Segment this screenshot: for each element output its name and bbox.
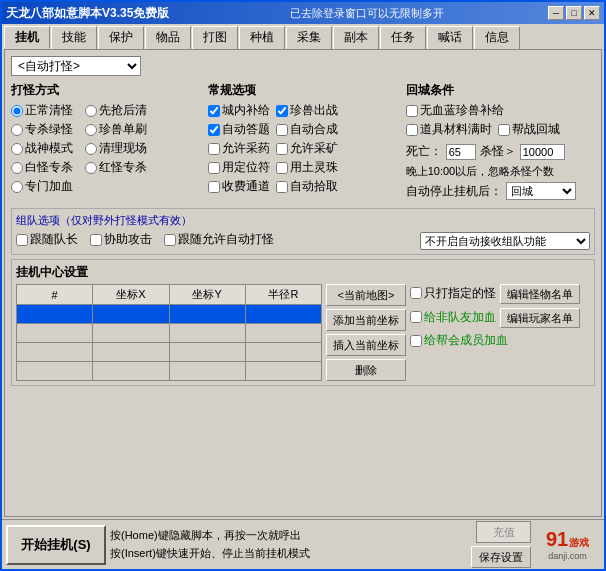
check-location-symbol[interactable]: 用定位符 bbox=[208, 159, 270, 176]
group-options-section: 组队选项（仅对野外打怪模式有效） 跟随队长 协助攻击 跟随允许自动打怪 不开启自… bbox=[11, 208, 595, 255]
check-allow-herb[interactable]: 允许采药 bbox=[208, 140, 270, 157]
radio-white-kill[interactable]: 白怪专杀 bbox=[11, 159, 81, 176]
tab-zhongzhi[interactable]: 种植 bbox=[239, 26, 285, 49]
cell-num-3 bbox=[17, 343, 93, 362]
auto-stop-row: 自动停止挂机后： 回城 退出 bbox=[406, 182, 595, 200]
check-auto-compose[interactable]: 自动合成 bbox=[276, 121, 338, 138]
check-item-full[interactable]: 道具材料满时 bbox=[406, 121, 492, 138]
mode-dropdown[interactable]: <自动打怪> bbox=[11, 56, 141, 76]
check-heal-others[interactable]: 给非队友加血 bbox=[410, 309, 496, 326]
right-options: 只打指定的怪 编辑怪物名单 给非队友加血 编辑玩家名单 给帮会成员加血 bbox=[410, 284, 590, 381]
right-option-2: 给非队友加血 编辑玩家名单 bbox=[410, 308, 590, 328]
tab-datu[interactable]: 打图 bbox=[192, 26, 238, 49]
center-section: 挂机中心设置 # 坐标X 坐标Y 半径R bbox=[11, 259, 595, 386]
save-settings-button[interactable]: 保存设置 bbox=[471, 546, 531, 568]
bottom-right: 充值 保存设置 bbox=[471, 521, 531, 568]
check-follow-auto-fight[interactable]: 跟随允许自动打怪 bbox=[164, 231, 274, 248]
cell-r-1 bbox=[245, 305, 321, 324]
logo-area: 91 游戏 danji.com bbox=[535, 528, 600, 561]
check-allow-mine[interactable]: 允许采矿 bbox=[276, 140, 338, 157]
tab-baohu[interactable]: 保护 bbox=[98, 26, 144, 49]
cell-r-2 bbox=[245, 324, 321, 343]
content-area: <自动打怪> 打怪方式 正常清怪 先抢后清 bbox=[4, 49, 602, 517]
cell-y-4 bbox=[169, 362, 245, 381]
minimize-button[interactable]: ─ bbox=[548, 6, 564, 20]
death-kill-row: 死亡： 杀怪＞ bbox=[406, 143, 595, 160]
kill-input[interactable] bbox=[520, 144, 565, 160]
table-row[interactable] bbox=[17, 343, 322, 362]
title-bar: 天龙八部如意脚本V3.35免费版 已去除登录窗口可以无限制多开 ─ □ ✕ bbox=[2, 2, 604, 24]
table-row[interactable] bbox=[17, 324, 322, 343]
maximize-button[interactable]: □ bbox=[566, 6, 582, 20]
tab-jineng[interactable]: 技能 bbox=[51, 26, 97, 49]
logo-91-text: 91 bbox=[546, 528, 568, 551]
main-window: 天龙八部如意脚本V3.35免费版 已去除登录窗口可以无限制多开 ─ □ ✕ 挂机… bbox=[0, 0, 606, 571]
check-only-target[interactable]: 只打指定的怪 bbox=[410, 285, 496, 302]
edit-player-list-button[interactable]: 编辑玩家名单 bbox=[500, 308, 580, 328]
check-auto-answer[interactable]: 自动答题 bbox=[208, 121, 270, 138]
table-row[interactable] bbox=[17, 305, 322, 324]
right-option-1: 只打指定的怪 编辑怪物名单 bbox=[410, 284, 590, 304]
table-and-buttons: # 坐标X 坐标Y 半径R bbox=[16, 284, 590, 381]
radio-grab-first[interactable]: 先抢后清 bbox=[85, 102, 155, 119]
radio-wargod[interactable]: 战神模式 bbox=[11, 140, 81, 157]
tab-fuben[interactable]: 副本 bbox=[333, 26, 379, 49]
fight-mode-row-4: 白怪专杀 红怪专杀 bbox=[11, 159, 200, 176]
radio-green-kill[interactable]: 专杀绿怪 bbox=[11, 121, 81, 138]
window-title: 天龙八部如意脚本V3.35免费版 bbox=[6, 5, 187, 22]
auto-stop-dropdown[interactable]: 回城 退出 bbox=[506, 182, 576, 200]
recharge-button[interactable]: 充值 bbox=[476, 521, 531, 543]
close-button[interactable]: ✕ bbox=[584, 6, 600, 20]
table-row[interactable] bbox=[17, 362, 322, 381]
group-accept-dropdown[interactable]: 不开启自动接收组队功能 bbox=[420, 232, 590, 250]
add-coord-button[interactable]: 添加当前坐标 bbox=[326, 309, 406, 331]
check-gang-return[interactable]: 帮战回城 bbox=[498, 121, 560, 138]
window-subtitle: 已去除登录窗口可以无限制多开 bbox=[187, 6, 548, 21]
fight-mode-row-3: 战神模式 清理现场 bbox=[11, 140, 200, 157]
check-rare-battle[interactable]: 珍兽出战 bbox=[276, 102, 338, 119]
delete-coord-button[interactable]: 删除 bbox=[326, 359, 406, 381]
insert-coord-button[interactable]: 插入当前坐标 bbox=[326, 334, 406, 356]
cell-x-3 bbox=[93, 343, 169, 362]
tab-caiji[interactable]: 采集 bbox=[286, 26, 332, 49]
logo-game-text: 游戏 bbox=[569, 536, 589, 550]
check-city-supply[interactable]: 城内补给 bbox=[208, 102, 270, 119]
top-three-col: 打怪方式 正常清怪 先抢后清 专杀绿怪 bbox=[11, 82, 595, 204]
radio-normal[interactable]: 正常清怪 bbox=[11, 102, 81, 119]
current-map-button[interactable]: <当前地图> bbox=[326, 284, 406, 306]
check-toll-channel[interactable]: 收费通道 bbox=[208, 178, 270, 195]
tab-guaji[interactable]: 挂机 bbox=[4, 26, 50, 49]
check-assist-attack[interactable]: 协助攻击 bbox=[90, 231, 152, 248]
tab-xinxi[interactable]: 信息 bbox=[474, 26, 520, 49]
tab-shanhua[interactable]: 喊话 bbox=[427, 26, 473, 49]
table-buttons: <当前地图> 添加当前坐标 插入当前坐标 删除 bbox=[326, 284, 406, 381]
hint-line-1: 按(Home)键隐藏脚本，再按一次就呼出 bbox=[110, 527, 467, 545]
edit-monster-list-button[interactable]: 编辑怪物名单 bbox=[500, 284, 580, 304]
check-no-hp-mp-supply[interactable]: 无血蓝珍兽补给 bbox=[406, 102, 595, 119]
fight-mode-options: 正常清怪 先抢后清 专杀绿怪 珍兽单刷 bbox=[11, 102, 200, 195]
bottom-bar: 开始挂机(S) 按(Home)键隐藏脚本，再按一次就呼出 按(Insert)键快… bbox=[2, 519, 604, 569]
death-input[interactable] bbox=[446, 144, 476, 160]
normal-options-title: 常规选项 bbox=[208, 82, 397, 99]
hint-text: 按(Home)键隐藏脚本，再按一次就呼出 按(Insert)键快速开始、停止当前… bbox=[110, 527, 467, 562]
coord-table: # 坐标X 坐标Y 半径R bbox=[16, 284, 322, 381]
normal-options-cols: 城内补给 自动答题 允许采药 用定位符 收费通道 bbox=[208, 102, 397, 197]
radio-rare-solo[interactable]: 珍兽单刷 bbox=[85, 121, 155, 138]
start-button[interactable]: 开始挂机(S) bbox=[6, 525, 106, 565]
cell-x-4 bbox=[93, 362, 169, 381]
cell-y-1 bbox=[169, 305, 245, 324]
radio-red-kill[interactable]: 红怪专杀 bbox=[85, 159, 155, 176]
radio-heal[interactable]: 专门加血 bbox=[11, 178, 81, 195]
check-earth-bead[interactable]: 用土灵珠 bbox=[276, 159, 338, 176]
check-heal-gang[interactable]: 给帮会成员加血 bbox=[410, 332, 508, 349]
check-auto-pickup[interactable]: 自动拾取 bbox=[276, 178, 338, 195]
fight-mode-title: 打怪方式 bbox=[11, 82, 200, 99]
time-note: 晚上10:00以后，忽略杀怪个数 bbox=[406, 164, 595, 179]
logo-line: 91 游戏 bbox=[546, 528, 589, 551]
cell-x-1 bbox=[93, 305, 169, 324]
check-follow-leader[interactable]: 跟随队长 bbox=[16, 231, 78, 248]
cell-y-3 bbox=[169, 343, 245, 362]
tab-wupin[interactable]: 物品 bbox=[145, 26, 191, 49]
tab-renwu[interactable]: 任务 bbox=[380, 26, 426, 49]
radio-clear-field[interactable]: 清理现场 bbox=[85, 140, 155, 157]
